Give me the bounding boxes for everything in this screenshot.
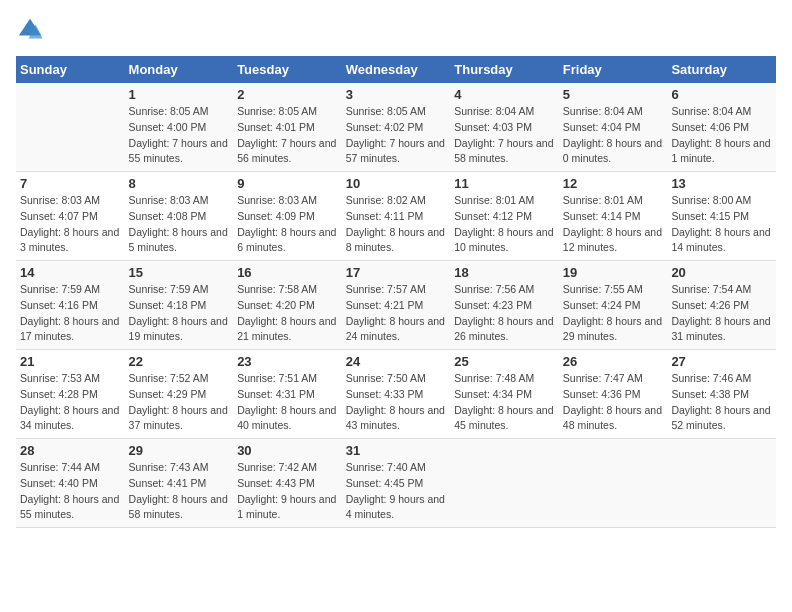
header-cell-wednesday: Wednesday (342, 56, 451, 83)
day-info: Sunrise: 8:03 AMSunset: 4:08 PMDaylight:… (129, 193, 230, 256)
header-row: SundayMondayTuesdayWednesdayThursdayFrid… (16, 56, 776, 83)
calendar-table: SundayMondayTuesdayWednesdayThursdayFrid… (16, 56, 776, 528)
logo (16, 16, 48, 44)
day-number: 25 (454, 354, 555, 369)
day-cell (16, 83, 125, 172)
day-cell: 17 Sunrise: 7:57 AMSunset: 4:21 PMDaylig… (342, 261, 451, 350)
day-cell (559, 439, 668, 528)
day-number: 19 (563, 265, 664, 280)
day-number: 15 (129, 265, 230, 280)
day-info: Sunrise: 8:03 AMSunset: 4:07 PMDaylight:… (20, 193, 121, 256)
day-number: 24 (346, 354, 447, 369)
day-cell: 20 Sunrise: 7:54 AMSunset: 4:26 PMDaylig… (667, 261, 776, 350)
day-number: 27 (671, 354, 772, 369)
day-number: 13 (671, 176, 772, 191)
day-number: 21 (20, 354, 121, 369)
day-info: Sunrise: 8:03 AMSunset: 4:09 PMDaylight:… (237, 193, 338, 256)
day-number: 2 (237, 87, 338, 102)
day-cell: 28 Sunrise: 7:44 AMSunset: 4:40 PMDaylig… (16, 439, 125, 528)
day-number: 11 (454, 176, 555, 191)
day-info: Sunrise: 8:04 AMSunset: 4:04 PMDaylight:… (563, 104, 664, 167)
day-number: 8 (129, 176, 230, 191)
week-row-1: 1 Sunrise: 8:05 AMSunset: 4:00 PMDayligh… (16, 83, 776, 172)
day-info: Sunrise: 8:05 AMSunset: 4:02 PMDaylight:… (346, 104, 447, 167)
day-cell: 21 Sunrise: 7:53 AMSunset: 4:28 PMDaylig… (16, 350, 125, 439)
day-cell: 4 Sunrise: 8:04 AMSunset: 4:03 PMDayligh… (450, 83, 559, 172)
logo-icon (16, 16, 44, 44)
day-cell: 30 Sunrise: 7:42 AMSunset: 4:43 PMDaylig… (233, 439, 342, 528)
header-cell-sunday: Sunday (16, 56, 125, 83)
day-info: Sunrise: 7:50 AMSunset: 4:33 PMDaylight:… (346, 371, 447, 434)
day-number: 26 (563, 354, 664, 369)
day-number: 10 (346, 176, 447, 191)
day-cell: 2 Sunrise: 8:05 AMSunset: 4:01 PMDayligh… (233, 83, 342, 172)
day-cell: 6 Sunrise: 8:04 AMSunset: 4:06 PMDayligh… (667, 83, 776, 172)
header-cell-friday: Friday (559, 56, 668, 83)
day-cell: 10 Sunrise: 8:02 AMSunset: 4:11 PMDaylig… (342, 172, 451, 261)
header-cell-monday: Monday (125, 56, 234, 83)
day-info: Sunrise: 8:04 AMSunset: 4:06 PMDaylight:… (671, 104, 772, 167)
day-cell: 11 Sunrise: 8:01 AMSunset: 4:12 PMDaylig… (450, 172, 559, 261)
day-cell: 1 Sunrise: 8:05 AMSunset: 4:00 PMDayligh… (125, 83, 234, 172)
day-info: Sunrise: 8:02 AMSunset: 4:11 PMDaylight:… (346, 193, 447, 256)
day-info: Sunrise: 7:55 AMSunset: 4:24 PMDaylight:… (563, 282, 664, 345)
day-cell: 19 Sunrise: 7:55 AMSunset: 4:24 PMDaylig… (559, 261, 668, 350)
day-info: Sunrise: 7:51 AMSunset: 4:31 PMDaylight:… (237, 371, 338, 434)
day-cell: 5 Sunrise: 8:04 AMSunset: 4:04 PMDayligh… (559, 83, 668, 172)
day-number: 5 (563, 87, 664, 102)
day-info: Sunrise: 7:44 AMSunset: 4:40 PMDaylight:… (20, 460, 121, 523)
day-cell: 18 Sunrise: 7:56 AMSunset: 4:23 PMDaylig… (450, 261, 559, 350)
day-cell: 14 Sunrise: 7:59 AMSunset: 4:16 PMDaylig… (16, 261, 125, 350)
day-info: Sunrise: 7:43 AMSunset: 4:41 PMDaylight:… (129, 460, 230, 523)
day-info: Sunrise: 7:48 AMSunset: 4:34 PMDaylight:… (454, 371, 555, 434)
day-number: 18 (454, 265, 555, 280)
day-info: Sunrise: 7:42 AMSunset: 4:43 PMDaylight:… (237, 460, 338, 523)
day-number: 14 (20, 265, 121, 280)
day-cell: 15 Sunrise: 7:59 AMSunset: 4:18 PMDaylig… (125, 261, 234, 350)
day-info: Sunrise: 7:47 AMSunset: 4:36 PMDaylight:… (563, 371, 664, 434)
day-number: 31 (346, 443, 447, 458)
day-info: Sunrise: 7:52 AMSunset: 4:29 PMDaylight:… (129, 371, 230, 434)
day-info: Sunrise: 7:59 AMSunset: 4:18 PMDaylight:… (129, 282, 230, 345)
day-info: Sunrise: 7:57 AMSunset: 4:21 PMDaylight:… (346, 282, 447, 345)
day-number: 3 (346, 87, 447, 102)
day-number: 30 (237, 443, 338, 458)
day-number: 12 (563, 176, 664, 191)
day-info: Sunrise: 7:54 AMSunset: 4:26 PMDaylight:… (671, 282, 772, 345)
week-row-3: 14 Sunrise: 7:59 AMSunset: 4:16 PMDaylig… (16, 261, 776, 350)
day-number: 6 (671, 87, 772, 102)
day-info: Sunrise: 8:00 AMSunset: 4:15 PMDaylight:… (671, 193, 772, 256)
day-cell: 27 Sunrise: 7:46 AMSunset: 4:38 PMDaylig… (667, 350, 776, 439)
day-cell: 8 Sunrise: 8:03 AMSunset: 4:08 PMDayligh… (125, 172, 234, 261)
day-number: 23 (237, 354, 338, 369)
header-cell-thursday: Thursday (450, 56, 559, 83)
day-info: Sunrise: 8:05 AMSunset: 4:01 PMDaylight:… (237, 104, 338, 167)
day-number: 22 (129, 354, 230, 369)
day-info: Sunrise: 8:01 AMSunset: 4:12 PMDaylight:… (454, 193, 555, 256)
day-info: Sunrise: 7:56 AMSunset: 4:23 PMDaylight:… (454, 282, 555, 345)
day-number: 28 (20, 443, 121, 458)
week-row-2: 7 Sunrise: 8:03 AMSunset: 4:07 PMDayligh… (16, 172, 776, 261)
day-info: Sunrise: 7:46 AMSunset: 4:38 PMDaylight:… (671, 371, 772, 434)
day-cell: 12 Sunrise: 8:01 AMSunset: 4:14 PMDaylig… (559, 172, 668, 261)
day-number: 29 (129, 443, 230, 458)
day-info: Sunrise: 8:05 AMSunset: 4:00 PMDaylight:… (129, 104, 230, 167)
day-number: 9 (237, 176, 338, 191)
header (16, 16, 776, 44)
day-number: 7 (20, 176, 121, 191)
header-cell-tuesday: Tuesday (233, 56, 342, 83)
week-row-5: 28 Sunrise: 7:44 AMSunset: 4:40 PMDaylig… (16, 439, 776, 528)
day-number: 20 (671, 265, 772, 280)
day-info: Sunrise: 7:58 AMSunset: 4:20 PMDaylight:… (237, 282, 338, 345)
day-cell: 16 Sunrise: 7:58 AMSunset: 4:20 PMDaylig… (233, 261, 342, 350)
day-info: Sunrise: 7:59 AMSunset: 4:16 PMDaylight:… (20, 282, 121, 345)
day-cell (667, 439, 776, 528)
day-info: Sunrise: 8:01 AMSunset: 4:14 PMDaylight:… (563, 193, 664, 256)
header-cell-saturday: Saturday (667, 56, 776, 83)
day-number: 17 (346, 265, 447, 280)
day-info: Sunrise: 7:53 AMSunset: 4:28 PMDaylight:… (20, 371, 121, 434)
day-cell: 9 Sunrise: 8:03 AMSunset: 4:09 PMDayligh… (233, 172, 342, 261)
week-row-4: 21 Sunrise: 7:53 AMSunset: 4:28 PMDaylig… (16, 350, 776, 439)
day-number: 16 (237, 265, 338, 280)
day-info: Sunrise: 8:04 AMSunset: 4:03 PMDaylight:… (454, 104, 555, 167)
